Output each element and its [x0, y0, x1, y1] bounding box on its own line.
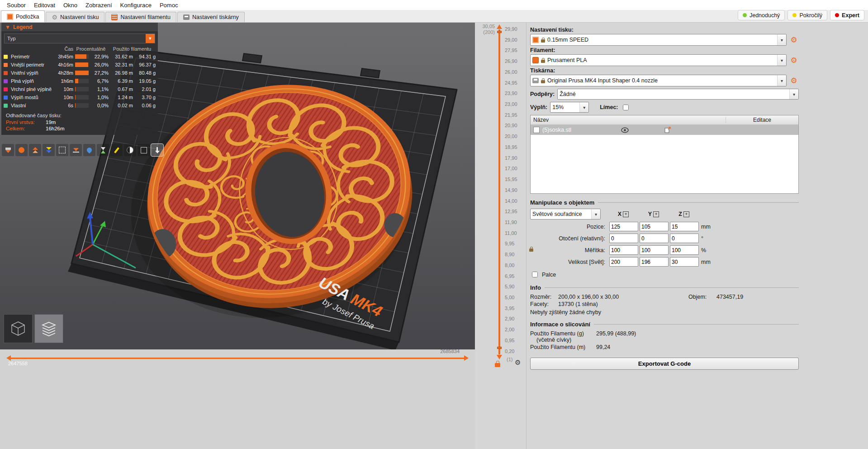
- value-y-input[interactable]: [640, 234, 669, 243]
- chevron-down-icon[interactable]: ▾: [777, 55, 786, 66]
- vslider-upper-handle[interactable]: [497, 31, 502, 33]
- legend-row[interactable]: Vrchní plné výplně 10m 1,1% 0.67 m 2.01 …: [1, 85, 158, 93]
- slider-gear-icon[interactable]: ⚙: [515, 358, 521, 367]
- feature-length: 1.24 m: [109, 95, 133, 100]
- menu-item[interactable]: Okno: [59, 1, 81, 10]
- vertical-layer-slider[interactable]: [497, 24, 502, 359]
- eye-icon[interactable]: [621, 127, 629, 133]
- chevron-down-icon[interactable]: ▾: [789, 89, 798, 99]
- edit-print-preset-gear-icon[interactable]: ⚙: [789, 34, 799, 45]
- wireframe-cube-icon[interactable]: [138, 144, 150, 156]
- value-x-input[interactable]: [609, 257, 638, 267]
- viewport-3d[interactable]: USAMK4 by Josef Prusa ▼ Legend Typ ▼ Čas…: [0, 23, 475, 349]
- edit-printer-preset-gear-icon[interactable]: ⚙: [789, 75, 799, 86]
- value-x-input[interactable]: [609, 245, 638, 255]
- export-gcode-button[interactable]: Exportovat G-code: [530, 358, 799, 370]
- legend-row[interactable]: Výplň mostů 10m 1,0% 1.24 m 3.70 g: [1, 93, 158, 101]
- legend-view-select[interactable]: Typ ▼: [4, 33, 155, 43]
- axis-x-icon[interactable]: +: [623, 211, 629, 217]
- value-z-input[interactable]: [670, 245, 699, 255]
- viewport-toolbar: [2, 144, 163, 156]
- chevron-down-icon[interactable]: ▾: [591, 209, 600, 219]
- printer-preset-combo[interactable]: Original Prusa MK4 Input Shaper 0.4 nozz…: [530, 75, 787, 86]
- value-z-input[interactable]: [670, 222, 699, 231]
- feature-length: 0.02 m: [109, 103, 133, 108]
- horizontal-move-slider[interactable]: 2685834 2647558: [6, 352, 469, 368]
- chevron-down-icon[interactable]: ▼: [146, 34, 155, 43]
- legend-row[interactable]: Vnější perimetr 4h16m 26,0% 32.31 m 96.3…: [1, 61, 158, 69]
- value-y-input[interactable]: [640, 245, 669, 255]
- value-x-input[interactable]: [609, 222, 638, 231]
- edit-filament-preset-gear-icon[interactable]: ⚙: [789, 55, 799, 66]
- edit-object-icon[interactable]: [664, 127, 671, 133]
- brim-checkbox[interactable]: [623, 105, 629, 110]
- legend-row[interactable]: Vlastní 6s 0,0% 0.02 m 0.06 g: [1, 101, 158, 110]
- filament-preset-combo[interactable]: Prusament PLA ▾: [530, 54, 787, 66]
- menu-item[interactable]: Soubor: [3, 1, 30, 10]
- infill-combo[interactable]: 15% ▾: [550, 102, 589, 113]
- inches-checkbox[interactable]: [532, 272, 538, 277]
- place-on-bed-icon[interactable]: [70, 144, 82, 156]
- menu-item[interactable]: Konfigurace: [116, 1, 156, 10]
- value-y-input[interactable]: [640, 257, 669, 267]
- tab-plater[interactable]: Podložka: [1, 10, 45, 22]
- vslider-track[interactable]: [498, 29, 500, 354]
- coordinate-system-combo[interactable]: Světové souřadnice ▾: [530, 209, 601, 220]
- layer-tick: 29,00: [505, 37, 517, 43]
- vslider-down-arrow-icon[interactable]: [497, 355, 502, 359]
- mode-simple-button[interactable]: Jednoduchý: [738, 10, 785, 20]
- chevron-down-icon[interactable]: ▾: [777, 34, 786, 45]
- hourglass-icon[interactable]: [97, 144, 109, 156]
- legend-bar-fill: [75, 62, 88, 67]
- printer-preset-value: Original Prusa MK4 Input Shaper 0.4 nozz…: [547, 77, 658, 84]
- chevron-down-icon[interactable]: ▾: [777, 75, 786, 86]
- layer-tick: 21,95: [505, 112, 517, 118]
- menu-item[interactable]: Editovat: [30, 1, 59, 10]
- legend-row[interactable]: Vnitřní výplň 4h28m 27,2% 26.98 m 80.48 …: [1, 69, 158, 77]
- value-x-input[interactable]: [609, 234, 638, 243]
- droplet-icon[interactable]: [83, 144, 95, 156]
- hslider-track[interactable]: [11, 358, 464, 359]
- selection-box-icon[interactable]: [56, 144, 68, 156]
- value-y-input[interactable]: [640, 222, 669, 231]
- menu-item[interactable]: Zobrazení: [81, 1, 116, 10]
- value-z-input[interactable]: [670, 257, 699, 267]
- value-z-input[interactable]: [670, 234, 699, 243]
- print-preset-combo[interactable]: 0.15mm SPEED ▾: [530, 34, 787, 46]
- layer-tick: 6,95: [505, 273, 517, 279]
- chevron-down-icon[interactable]: ▾: [579, 102, 588, 112]
- view-layers-button[interactable]: [34, 314, 63, 343]
- arrows-down-icon[interactable]: [43, 144, 55, 156]
- mode-advanced-button[interactable]: Pokročilý: [787, 10, 827, 20]
- feature-length: 26.98 m: [109, 70, 133, 76]
- hslider-right-arrow-icon[interactable]: [464, 355, 469, 361]
- legend-title-bar[interactable]: ▼ Legend: [1, 23, 158, 31]
- menu-item[interactable]: Pomoc: [156, 1, 182, 10]
- feature-weight: 19.05 g: [133, 78, 156, 84]
- axis-z-icon[interactable]: +: [683, 211, 689, 217]
- layer-tick: 17,90: [505, 155, 517, 161]
- seam-marker-icon[interactable]: [110, 144, 123, 156]
- supports-combo[interactable]: Žádné ▾: [557, 89, 799, 100]
- lock-icon[interactable]: [495, 363, 500, 367]
- legend-row[interactable]: Plná výplň 1h6m 6,7% 6.39 m 19.05 g: [1, 77, 158, 85]
- legend-row[interactable]: Perimetr 3h45m 22,9% 31.62 m 94.31 g: [1, 53, 158, 61]
- tab-filament-settings[interactable]: Nastavení filamentu: [105, 12, 176, 22]
- vslider-up-arrow-icon[interactable]: [497, 24, 502, 29]
- arrows-up-icon[interactable]: [29, 144, 41, 156]
- tab-printer-settings[interactable]: Nastavení tiskárny: [177, 12, 245, 22]
- vslider-lower-handle[interactable]: [497, 347, 502, 349]
- object-row[interactable]: (5)soska.stl: [531, 125, 798, 135]
- view-3d-button[interactable]: [4, 314, 33, 343]
- feature-bar: [75, 71, 89, 75]
- tab-print-settings[interactable]: ⚙ Nastavení tisku: [46, 12, 104, 22]
- prusa-logo-icon[interactable]: [15, 144, 28, 156]
- feature-percent: 0,0%: [89, 103, 109, 108]
- mode-expert-button[interactable]: Expert: [830, 10, 864, 20]
- extruder-icon[interactable]: [2, 144, 14, 156]
- axis-y-icon[interactable]: +: [653, 211, 659, 217]
- hslider-left-arrow-icon[interactable]: [6, 355, 11, 361]
- sphere-icon[interactable]: [124, 144, 136, 156]
- arrow-down-tool-icon[interactable]: [151, 144, 163, 156]
- legend-bar-fill: [75, 103, 76, 108]
